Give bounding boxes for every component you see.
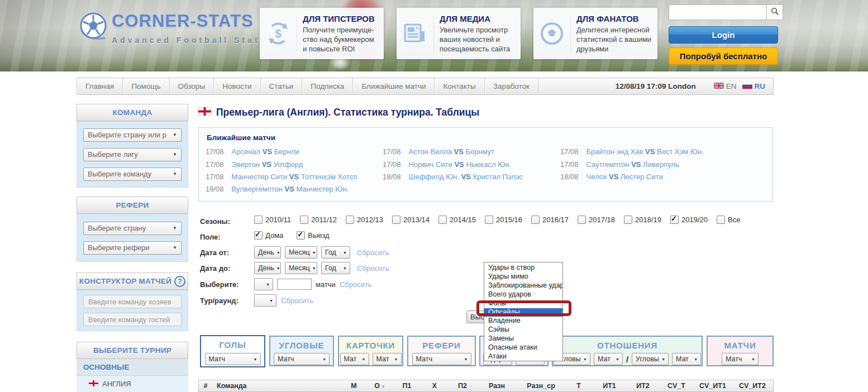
match-link[interactable]: Вулвергемптон VS Манчестер Юн. bbox=[232, 185, 349, 193]
season-checkbox[interactable]: 2018/19 bbox=[624, 216, 661, 224]
nav-item-earnings[interactable]: Заработок bbox=[485, 78, 538, 94]
column-header-cv-it1[interactable]: CV_ИТ1 bbox=[693, 382, 732, 390]
match-link[interactable]: Шеффилд Юн. VS Кристал Пэлэс bbox=[409, 173, 523, 181]
guest-team-input[interactable] bbox=[83, 313, 182, 326]
search-button[interactable] bbox=[766, 4, 783, 20]
country-or-region-select[interactable]: Выберите страну или р▼ bbox=[83, 128, 182, 142]
column-header-it1[interactable]: ИТ1 bbox=[593, 382, 626, 390]
matches-count-input[interactable] bbox=[277, 279, 312, 290]
season-checkbox[interactable]: 2016/17 bbox=[531, 216, 569, 224]
nav-item-articles[interactable]: Статьи bbox=[261, 78, 303, 94]
dropdown-option[interactable]: Опасные атаки bbox=[484, 343, 562, 352]
nav-item-help[interactable]: Помощь bbox=[123, 78, 169, 94]
checkbox[interactable] bbox=[717, 216, 725, 224]
season-checkbox[interactable]: 2014/15 bbox=[438, 216, 476, 224]
column-header-it2[interactable]: ИТ2 bbox=[626, 382, 660, 390]
season-checkbox[interactable]: 2013/14 bbox=[392, 216, 430, 224]
checkbox[interactable] bbox=[254, 231, 263, 240]
dropdown-option[interactable]: Владение bbox=[484, 317, 562, 326]
column-header-points[interactable]: О▼ bbox=[366, 382, 393, 390]
year-select[interactable]: Год▼ bbox=[321, 246, 350, 259]
dropdown-option[interactable]: Атаки bbox=[484, 352, 562, 361]
tab-ratios[interactable]: ОТНОШЕНИЯ Угловы▼ Мат▼ / Угловы▼ Мат▼ bbox=[552, 336, 703, 366]
ratio-select-4[interactable]: Мат▼ bbox=[672, 353, 701, 365]
match-link[interactable]: Арсенал VS Бернли bbox=[232, 147, 299, 156]
month-select[interactable]: Месяц▼ bbox=[285, 246, 317, 259]
dropdown-option[interactable]: Фолы bbox=[484, 299, 562, 308]
season-checkbox-all[interactable]: Все bbox=[717, 216, 740, 224]
dropdown-option[interactable]: Всего ударов bbox=[484, 290, 562, 299]
reset-link[interactable]: Сбросить bbox=[357, 264, 389, 273]
league-select[interactable]: Выберите лигу▼ bbox=[83, 148, 182, 161]
match-link[interactable]: Брайтон энд Хав VS Вест Хэм Юн. bbox=[586, 147, 704, 156]
season-checkbox[interactable]: 2012/13 bbox=[346, 216, 383, 224]
checkbox[interactable] bbox=[485, 216, 493, 224]
search-input[interactable] bbox=[669, 4, 766, 20]
checkbox[interactable] bbox=[254, 216, 263, 224]
ratio-select-2[interactable]: Мат▼ bbox=[594, 353, 623, 365]
day-select[interactable]: День▼ bbox=[254, 262, 281, 274]
promo-tipsters[interactable]: $ ДЛЯ ТИПСТЕРОВ Получите преимуще- ство … bbox=[260, 8, 384, 59]
help-icon[interactable]: ? bbox=[174, 276, 185, 287]
month-select[interactable]: Месяц▼ bbox=[285, 262, 317, 274]
season-checkbox[interactable]: 2019/20 bbox=[670, 216, 708, 224]
column-header-cv-t[interactable]: CV_T bbox=[660, 382, 693, 390]
sidebar-item-england[interactable]: АНГЛИЯ bbox=[77, 376, 188, 392]
checkbox[interactable] bbox=[392, 216, 400, 224]
nav-item-subscription[interactable]: Подписка bbox=[302, 78, 353, 94]
column-header-p2[interactable]: П2 bbox=[449, 382, 476, 390]
nav-item-reviews[interactable]: Обзоры bbox=[170, 78, 214, 94]
language-switch-ru[interactable]: RU bbox=[742, 82, 766, 90]
reset-link[interactable]: Сбросить bbox=[357, 248, 389, 257]
column-header-p1[interactable]: П1 bbox=[393, 382, 421, 390]
column-header-m[interactable]: М bbox=[341, 382, 366, 390]
match-link[interactable]: Эвертон VS Уотфорд bbox=[232, 160, 303, 169]
referee-select[interactable]: Выберите рефери▼ bbox=[83, 241, 182, 255]
tab-cards[interactable]: КАРТОЧКИ Мат▼ Мат▼ bbox=[338, 336, 403, 366]
season-checkbox[interactable]: 2011/12 bbox=[300, 216, 337, 224]
column-header-t[interactable]: Т bbox=[565, 382, 593, 390]
lang-ru-label[interactable]: RU bbox=[755, 82, 766, 90]
dropdown-option[interactable]: Замены bbox=[484, 334, 562, 343]
checkbox[interactable] bbox=[346, 216, 354, 224]
season-checkbox[interactable]: 2010/11 bbox=[254, 216, 291, 224]
dropdown-option[interactable]: Заблокированные удары bbox=[484, 281, 562, 290]
tab-corners[interactable]: УГЛОВЫЕ Матч▼ bbox=[269, 336, 334, 366]
column-header-cv-it2[interactable]: CV_ИТ2 bbox=[732, 382, 772, 390]
checkbox[interactable] bbox=[297, 231, 305, 240]
free-trial-button[interactable]: Попробуй бесплатно bbox=[669, 47, 778, 65]
language-switch-en[interactable]: EN bbox=[714, 82, 737, 90]
checkbox[interactable] bbox=[438, 216, 447, 224]
referees-stat-select[interactable]: Матч▼ bbox=[412, 353, 471, 365]
column-header-diff[interactable]: Разн bbox=[476, 382, 517, 390]
dropdown-option[interactable]: Удары в створ bbox=[484, 264, 562, 273]
cards-stat-select-2[interactable]: Мат▼ bbox=[373, 353, 402, 365]
column-header-x[interactable]: Х bbox=[421, 382, 449, 390]
reset-link[interactable]: Сбросить bbox=[281, 297, 313, 305]
corners-stat-select[interactable]: Матч▼ bbox=[274, 353, 330, 365]
nav-item-contacts[interactable]: Контакты bbox=[435, 78, 484, 94]
stat-count-select[interactable]: ▼ bbox=[254, 278, 273, 290]
checkbox[interactable] bbox=[670, 216, 679, 224]
column-header-team[interactable]: Команда bbox=[212, 382, 341, 390]
cards-stat-select-1[interactable]: Мат▼ bbox=[340, 353, 369, 365]
season-checkbox[interactable]: 2017/18 bbox=[578, 216, 615, 224]
season-checkbox[interactable]: 2015/16 bbox=[485, 216, 522, 224]
dropdown-option[interactable]: Удары мимо bbox=[484, 273, 562, 281]
column-header-rank[interactable]: # bbox=[199, 382, 212, 390]
reset-link[interactable]: Сбросить bbox=[340, 280, 372, 289]
match-link[interactable]: Астон Вилла VS Борнмут bbox=[409, 147, 495, 156]
nav-item-home[interactable]: Главная bbox=[77, 78, 123, 94]
tab-matches[interactable]: МАТЧИ Матч▼ bbox=[707, 336, 774, 366]
nav-item-news[interactable]: Новости bbox=[214, 78, 260, 94]
dropdown-option-offsides[interactable]: Офсайды bbox=[484, 308, 562, 317]
ratio-select-3[interactable]: Угловы▼ bbox=[632, 353, 669, 365]
dropdown-option[interactable]: Сэйвы bbox=[484, 326, 562, 334]
match-link[interactable]: Саутгемптон VS Ливерпуль bbox=[586, 160, 679, 169]
lang-en-label[interactable]: EN bbox=[726, 82, 737, 90]
home-team-input[interactable] bbox=[83, 295, 182, 308]
tab-referees[interactable]: РЕФЕРИ Матч▼ bbox=[407, 336, 476, 366]
checkbox[interactable] bbox=[531, 216, 540, 224]
checkbox[interactable] bbox=[578, 216, 586, 224]
team-select[interactable]: Выберите команду▼ bbox=[83, 168, 182, 181]
